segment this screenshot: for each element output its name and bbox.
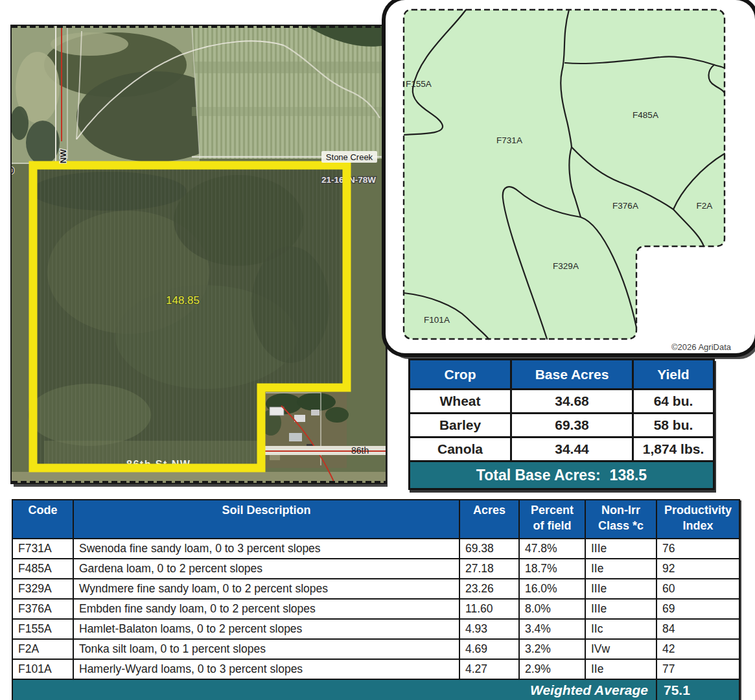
table-cell: Gardena loam, 0 to 2 percent slopes: [73, 559, 459, 579]
soil-table: Code Soil Description Acres Percent of f…: [12, 499, 740, 700]
soil-table-body: F731ASwenoda fine sandy loam, 0 to 3 per…: [12, 539, 739, 679]
table-cell: Barley: [410, 414, 511, 438]
soil-region-label: F155A: [406, 79, 432, 89]
field-acres-label: 148.85: [166, 294, 200, 307]
total-base-acres: Total Base Acres:138.5: [410, 461, 714, 489]
svg-text:Stone Creek: Stone Creek: [326, 152, 373, 162]
table-cell: Hamlet-Balaton loams, 0 to 2 percent slo…: [73, 619, 459, 639]
table-cell: 2.9%: [519, 659, 585, 679]
crop-table-header-row: Crop Base Acres Yield: [410, 360, 714, 390]
table-cell: 64 bu.: [633, 390, 714, 414]
table-cell: 47.8%: [519, 539, 585, 559]
table-cell: IIc: [585, 619, 656, 639]
base-acres-col-header: Base Acres: [511, 360, 633, 390]
table-cell: F376A: [12, 599, 73, 619]
table-cell: F485A: [12, 559, 73, 579]
aerial-photo-panel: 86th St NW 86th 21-161N-78W 148.85 Stone…: [12, 26, 386, 483]
soil-table-footer: Weighted Average 75.1: [12, 679, 739, 700]
soil-region-label: F731A: [496, 135, 522, 145]
table-cell: 4.27: [459, 659, 519, 679]
table-cell: IIIe: [585, 579, 656, 599]
table-cell: Tonka silt loam, 0 to 1 percent slopes: [73, 639, 459, 659]
soil-region-label: F2A: [697, 201, 713, 211]
table-cell: 76: [656, 539, 739, 559]
table-cell: 3.4%: [519, 619, 585, 639]
table-cell: 34.68: [511, 390, 633, 414]
table-cell: 69.38: [511, 414, 633, 438]
table-cell: 23.26: [459, 579, 519, 599]
crop-table: Crop Base Acres Yield Wheat34.6864 bu.Ba…: [408, 358, 715, 490]
striped-field: [192, 26, 386, 159]
table-cell: IIe: [585, 659, 656, 679]
table-cell: 11.60: [459, 599, 519, 619]
table-cell: F731A: [12, 539, 73, 559]
total-base-acres-label: Total Base Acres:: [476, 467, 601, 484]
total-base-acres-value: 138.5: [610, 467, 647, 484]
table-cell: 8.0%: [519, 599, 585, 619]
table-row: F2ATonka silt loam, 0 to 1 percent slope…: [12, 639, 739, 659]
table-row: Barley69.3858 bu.: [410, 414, 714, 438]
table-cell: 34.44: [511, 438, 633, 461]
crop-table-body: Wheat34.6864 bu.Barley69.3858 bu.Canola3…: [410, 390, 714, 461]
soil-region-label: F376A: [612, 201, 638, 211]
crop-table-footer: Total Base Acres:138.5: [410, 461, 714, 489]
table-cell: 60: [656, 579, 739, 599]
creek-label: Stone Creek: [321, 151, 377, 163]
table-cell: 3.2%: [519, 639, 585, 659]
table-row: F329AWyndmere fine sandy loam, 0 to 2 pe…: [12, 579, 739, 599]
table-cell: 4.69: [459, 639, 519, 659]
table-cell: Hamerly-Wyard loams, 0 to 3 percent slop…: [73, 659, 459, 679]
table-cell: IIIe: [585, 599, 656, 619]
table-cell: Canola: [410, 438, 511, 461]
table-row: F485AGardena loam, 0 to 2 percent slopes…: [12, 559, 739, 579]
table-cell: 92: [656, 559, 739, 579]
yield-col-header: Yield: [633, 360, 714, 390]
nonirr-class-col-header: Non-Irr Class *c: [585, 500, 656, 539]
road-label-left: NW: [58, 149, 68, 163]
table-row: F376AEmbden fine sandy loam, 0 to 2 perc…: [12, 599, 739, 619]
soil-region-label: F101A: [424, 315, 450, 325]
table-cell: Wyndmere fine sandy loam, 0 to 2 percent…: [73, 579, 459, 599]
percent-col-header: Percent of field: [519, 500, 585, 539]
table-row: F731ASwenoda fine sandy loam, 0 to 3 per…: [12, 539, 739, 559]
creek-pond: [26, 121, 60, 165]
table-row: Canola34.441,874 lbs.: [410, 438, 714, 461]
productivity-col-header: Productivity Index: [656, 500, 739, 539]
farm-building: [311, 410, 319, 415]
table-cell: 69.38: [459, 539, 519, 559]
table-cell: 84: [656, 619, 739, 639]
table-cell: 42: [656, 639, 739, 659]
soil-map-card: F155A F731A F485A F376A F2A F329A F101A …: [386, 0, 755, 353]
copyright-text: ©2026 AgriData: [671, 342, 732, 352]
table-cell: F101A: [12, 659, 73, 679]
table-row: F155AHamlet-Balaton loams, 0 to 2 percen…: [12, 619, 739, 639]
soil-map: F155A F731A F485A F376A F2A F329A F101A …: [386, 0, 755, 353]
soil-region-label: F329A: [553, 261, 579, 271]
table-cell: F2A: [12, 639, 73, 659]
road-label-right: 86th: [351, 445, 369, 456]
road-label-left-partial: 0: [12, 165, 14, 176]
table-cell: Wheat: [410, 390, 511, 414]
table-row: F101AHamerly-Wyard loams, 0 to 3 percent…: [12, 659, 739, 679]
table-cell: 69: [656, 599, 739, 619]
farm-building: [289, 433, 302, 441]
table-cell: 1,874 lbs.: [633, 438, 714, 461]
acres-col-header: Acres: [459, 500, 519, 539]
aerial-photo: 86th St NW 86th 21-161N-78W 148.85 Stone…: [12, 26, 386, 483]
table-cell: 27.18: [459, 559, 519, 579]
table-cell: 77: [656, 659, 739, 679]
table-cell: F155A: [12, 619, 73, 639]
soil-description-col-header: Soil Description: [73, 500, 459, 539]
table-cell: 4.93: [459, 619, 519, 639]
table-row: Wheat34.6864 bu.: [410, 390, 714, 414]
table-cell: IVw: [585, 639, 656, 659]
table-cell: 16.0%: [519, 579, 585, 599]
table-cell: Embden fine sandy loam, 0 to 2 percent s…: [73, 599, 459, 619]
table-cell: IIIe: [585, 539, 656, 559]
code-col-header: Code: [12, 500, 73, 539]
soil-table-header-row: Code Soil Description Acres Percent of f…: [12, 500, 739, 539]
farm-building: [270, 407, 284, 415]
soil-region-label: F485A: [633, 110, 658, 120]
table-cell: 18.7%: [519, 559, 585, 579]
table-cell: 58 bu.: [633, 414, 714, 438]
